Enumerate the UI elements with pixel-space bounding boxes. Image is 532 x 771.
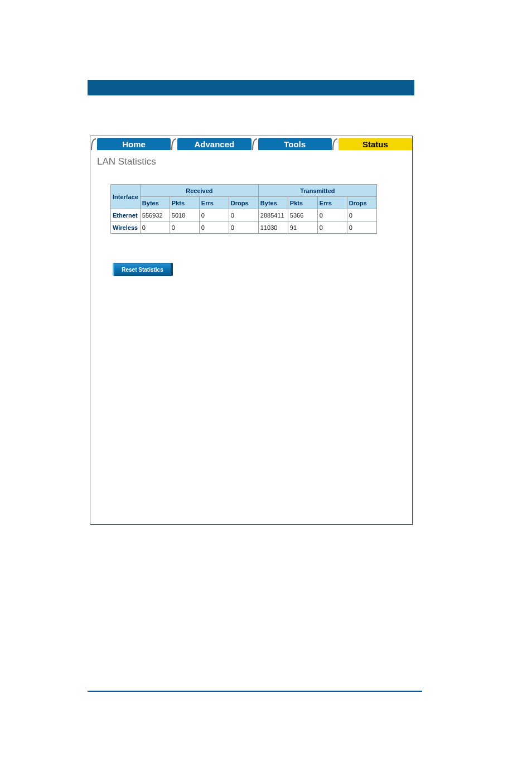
col-header-tx-errs: Errs [317,197,347,209]
table-header-row-1: Interface Received Transmitted [111,185,377,197]
cell-tx-pkts: 5366 [288,209,317,221]
table-row: Ethernet 556932 5018 0 0 2885411 5366 0 … [111,209,377,221]
col-header-tx-drops: Drops [347,197,376,209]
tab-status[interactable]: Status [338,138,412,150]
cell-rx-drops: 0 [229,221,258,234]
cell-rx-errs: 0 [199,221,229,234]
tab-separator-icon [332,137,338,151]
tab-advanced[interactable]: Advanced [177,138,251,150]
col-header-interface: Interface [111,185,141,209]
tab-separator-icon [90,137,97,151]
col-header-tx-bytes: Bytes [258,197,288,209]
table-header-row-2: Bytes Pkts Errs Drops Bytes Pkts Errs Dr… [111,197,377,209]
main-panel: Home Advanced Tools Status [90,136,413,524]
tab-advanced-label: Advanced [195,139,235,149]
table-row: Wireless 0 0 0 0 11030 91 0 0 [111,221,377,234]
bottom-divider [88,691,422,692]
tabs-row: Home Advanced Tools Status [90,136,412,152]
cell-rx-bytes: 0 [140,221,170,234]
col-header-rx-pkts: Pkts [170,197,199,209]
cell-rx-drops: 0 [229,209,258,221]
col-header-rx-drops: Drops [229,197,258,209]
cell-interface: Ethernet [111,209,141,221]
tab-separator-icon [171,137,177,151]
tab-tools-group[interactable]: Tools [252,136,332,152]
cell-tx-errs: 0 [317,221,347,234]
cell-interface: Wireless [111,221,141,234]
tab-separator-icon [252,137,258,151]
cell-rx-pkts: 5018 [170,209,199,221]
cell-rx-pkts: 0 [170,221,199,234]
cell-tx-errs: 0 [317,209,347,221]
tab-home-label: Home [122,139,146,149]
cell-rx-bytes: 556932 [140,209,170,221]
tab-tools-label: Tools [284,139,306,149]
tab-status-label: Status [362,139,388,149]
col-header-tx-pkts: Pkts [288,197,317,209]
lan-statistics-table: Interface Received Transmitted Bytes Pkt… [110,184,377,234]
top-header-bar [88,80,414,95]
cell-tx-bytes: 11030 [258,221,288,234]
cell-tx-bytes: 2885411 [258,209,288,221]
reset-statistics-button[interactable]: Reset Statistics [113,263,173,276]
col-header-rx-bytes: Bytes [140,197,170,209]
cell-tx-pkts: 91 [288,221,317,234]
tab-home-group[interactable]: Home [90,136,171,152]
cell-tx-drops: 0 [347,221,376,234]
tab-tools[interactable]: Tools [258,138,332,150]
col-header-rx-errs: Errs [199,197,229,209]
col-header-received: Received [140,185,258,197]
page-title: LAN Statistics [90,152,412,167]
reset-statistics-button-label: Reset Statistics [122,267,163,273]
tab-advanced-group[interactable]: Advanced [171,136,251,152]
col-header-transmitted: Transmitted [258,185,376,197]
tab-home[interactable]: Home [97,138,171,150]
tab-status-group[interactable]: Status [332,136,412,152]
cell-tx-drops: 0 [347,209,376,221]
cell-rx-errs: 0 [199,209,229,221]
